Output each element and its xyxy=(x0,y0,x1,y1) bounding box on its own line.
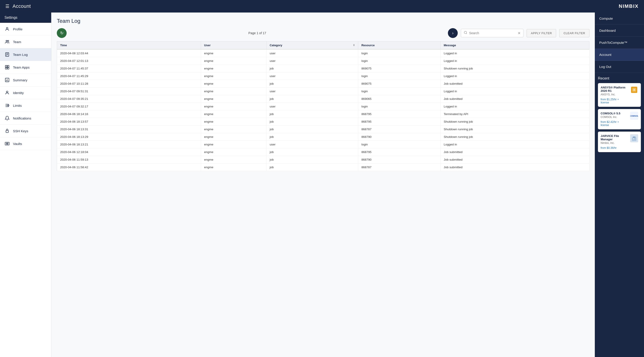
cell-user: engme xyxy=(201,118,266,126)
cell-user: engme xyxy=(201,49,266,57)
team-apps-icon xyxy=(4,64,10,70)
sidebar-item-ssh-keys-label: SSH Keys xyxy=(13,129,28,133)
cell-category: job xyxy=(266,156,358,164)
sidebar-section-title: Settings xyxy=(0,12,51,23)
hamburger-icon[interactable]: ☰ xyxy=(5,3,10,9)
cell-message: Terminated by API xyxy=(440,110,590,118)
col-header-category[interactable]: Category ⇕ xyxy=(266,41,358,50)
brand-logo: NIMBIX xyxy=(619,3,639,9)
next-page-button[interactable]: › xyxy=(448,28,458,38)
profile-icon xyxy=(4,26,10,32)
cell-resource: 868787 xyxy=(358,126,440,133)
search-container: ✕ xyxy=(461,29,524,37)
cell-time: 2020-04-06 18:13:21 xyxy=(57,141,201,148)
right-nav-compute[interactable]: Compute xyxy=(595,12,644,24)
cell-user: engme xyxy=(201,80,266,88)
col-header-message: Message xyxy=(440,41,590,50)
svg-text:COMSOL: COMSOL xyxy=(630,115,638,117)
cell-category: job xyxy=(266,148,358,156)
cell-resource: 869075 xyxy=(358,80,440,88)
recent-card-jarvice[interactable]: JARVICE File Manager Nimbix, Inc. from $… xyxy=(598,132,641,152)
svg-rect-32 xyxy=(632,137,636,141)
recent-card-company-ansys: ANSYS, Inc. xyxy=(600,93,628,96)
sidebar-item-profile[interactable]: Profile xyxy=(0,23,51,35)
cell-resource: 868795 xyxy=(358,110,440,118)
sidebar-item-notifications[interactable]: Notifications xyxy=(0,112,51,125)
recent-section: Recent ANSYS® Platform 2020 R1 ANSYS, In… xyxy=(595,73,644,158)
cell-message: Job submitted xyxy=(440,148,590,156)
cell-user: engme xyxy=(201,88,266,95)
sidebar-item-limits[interactable]: Limits xyxy=(0,99,51,112)
table-row: 2020-04-06 11:58:42 engme job 868787 Job… xyxy=(57,164,590,171)
cell-message: Logged in xyxy=(440,141,590,148)
sidebar-item-team-log[interactable]: Team Log xyxy=(0,48,51,61)
table-row: 2020-04-08 12:03:44 engme user login Log… xyxy=(57,49,590,57)
apply-filter-button[interactable]: APPLY FILTER xyxy=(526,29,556,37)
svg-point-2 xyxy=(8,40,9,42)
recent-card-comsol[interactable]: COMSOL® 5.5 COMSOL Inc. from $2.42/hr + … xyxy=(598,109,641,129)
cell-time: 2020-04-07 09:32:17 xyxy=(57,103,201,110)
sidebar-item-identity-label: Identity xyxy=(13,91,24,95)
cell-message: Shutdown running job xyxy=(440,65,590,72)
toolbar: ↻ Page 1 of 17 › ✕ APPLY FILTER CLEAR FI… xyxy=(57,28,590,38)
search-input[interactable] xyxy=(469,31,516,35)
right-nav-logout[interactable]: Log Out xyxy=(595,61,644,73)
recent-card-name-ansys: ANSYS® Platform 2020 R1 xyxy=(600,86,628,92)
right-nav-account[interactable]: Account xyxy=(595,49,644,61)
sidebar-item-summary-label: Summary xyxy=(13,78,27,82)
sidebar-item-identity[interactable]: Identity xyxy=(0,86,51,99)
clear-filter-button[interactable]: CLEAR FILTER xyxy=(559,29,590,37)
cell-message: Job submitted xyxy=(440,80,590,88)
cell-user: engme xyxy=(201,72,266,80)
cell-time: 2020-04-07 09:51:31 xyxy=(57,88,201,95)
table-row: 2020-04-06 18:13:31 engme job 868787 Shu… xyxy=(57,126,590,133)
sidebar-item-profile-label: Profile xyxy=(13,27,22,31)
page-title: Team Log xyxy=(57,18,590,24)
recent-card-name-comsol: COMSOL® 5.5 xyxy=(600,112,628,115)
svg-rect-34 xyxy=(633,138,634,139)
cell-category: job xyxy=(266,133,358,141)
cell-message: Shutdown running job xyxy=(440,118,590,126)
cell-time: 2020-04-06 18:14:16 xyxy=(57,110,201,118)
cell-resource: login xyxy=(358,88,440,95)
cell-user: engme xyxy=(201,141,266,148)
cell-user: engme xyxy=(201,95,266,103)
sidebar-item-team-apps[interactable]: Team Apps xyxy=(0,61,51,74)
sidebar-item-summary[interactable]: Summary xyxy=(0,74,51,86)
cell-resource: 868790 xyxy=(358,133,440,141)
top-header: ☰ Account NIMBIX xyxy=(0,0,644,12)
sidebar-item-team[interactable]: Team xyxy=(0,35,51,48)
table-row: 2020-04-07 09:32:17 engme user login Log… xyxy=(57,103,590,110)
table-row: 2020-04-07 09:51:31 engme user login Log… xyxy=(57,88,590,95)
table-row: 2020-04-07 10:11:28 engme job 869075 Job… xyxy=(57,80,590,88)
notifications-icon xyxy=(4,115,10,121)
table-row: 2020-04-06 12:18:04 engme job 868795 Job… xyxy=(57,148,590,156)
ssh-keys-icon xyxy=(4,128,10,134)
right-nav-pushtocompute[interactable]: PushToCompute™ xyxy=(595,37,644,49)
right-panel: Compute Dashboard PushToCompute™ Account… xyxy=(595,12,644,357)
right-nav-dashboard[interactable]: Dashboard xyxy=(595,24,644,37)
team-log-icon xyxy=(4,52,10,57)
sidebar-item-team-log-label: Team Log xyxy=(13,53,28,56)
svg-rect-7 xyxy=(5,65,7,67)
table-row: 2020-04-07 12:01:13 engme user login Log… xyxy=(57,57,590,65)
identity-icon xyxy=(4,90,10,95)
table-header-row: Time User Category ⇕ Resource xyxy=(57,41,590,50)
app-title: Account xyxy=(12,3,31,9)
cell-resource: login xyxy=(358,49,440,57)
cell-user: engme xyxy=(201,164,266,171)
cell-time: 2020-04-06 12:18:04 xyxy=(57,148,201,156)
cell-message: Shutdown running job xyxy=(440,126,590,133)
recent-card-ansys[interactable]: ANSYS® Platform 2020 R1 ANSYS, Inc. from… xyxy=(598,83,641,107)
sidebar-item-ssh-keys[interactable]: SSH Keys xyxy=(0,125,51,137)
refresh-button[interactable]: ↻ xyxy=(57,28,67,38)
search-clear-icon[interactable]: ✕ xyxy=(518,31,520,35)
table-row: 2020-04-07 11:45:37 engme job 869075 Shu… xyxy=(57,65,590,72)
cell-message: Shutdown running job xyxy=(440,133,590,141)
cell-category: user xyxy=(266,49,358,57)
cell-resource: 869065 xyxy=(358,95,440,103)
sidebar-item-vaults[interactable]: Vaults xyxy=(0,137,51,150)
cell-time: 2020-04-07 12:01:13 xyxy=(57,57,201,65)
log-table: Time User Category ⇕ Resource xyxy=(57,41,590,171)
cell-resource: 868787 xyxy=(358,164,440,171)
